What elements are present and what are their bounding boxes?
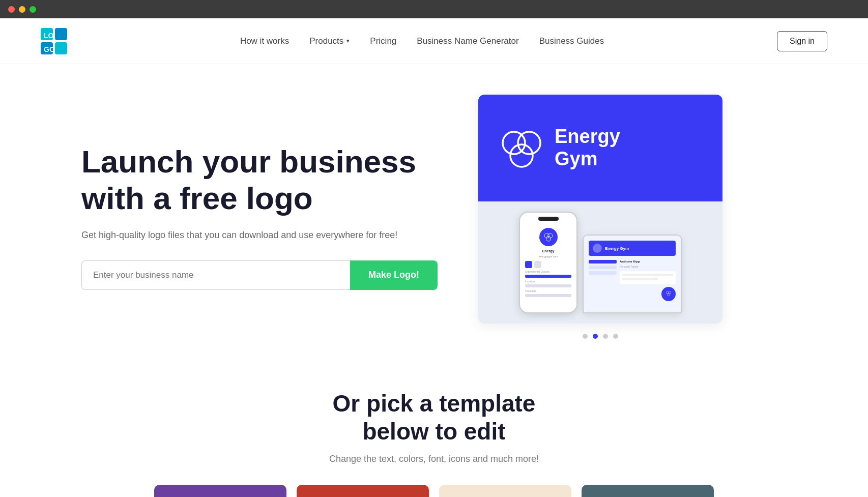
phone-mockup: Energy energy-gym.com Experimental Class… xyxy=(519,212,577,313)
nav-item-how-it-works[interactable]: How it works xyxy=(240,36,289,46)
phone-label-2: Location xyxy=(525,280,571,283)
laptop-header: Energy Gym xyxy=(589,241,676,256)
phone-brand-text: Energy xyxy=(523,249,573,253)
nav-link-pricing[interactable]: Pricing xyxy=(370,36,396,46)
laptop-avatar-row xyxy=(620,287,676,301)
svg-point-14 xyxy=(668,294,670,296)
laptop-sidebar-item-1 xyxy=(589,260,617,264)
laptop-sidebar xyxy=(589,260,617,301)
nav-links: How it works Products ▾ Pricing Business… xyxy=(240,36,604,46)
laptop-name-label: Anthony Kipp xyxy=(620,260,676,263)
carousel-device-mockups: Energy energy-gym.com Experimental Class… xyxy=(478,201,722,324)
laptop-card-line-1 xyxy=(622,274,673,276)
svg-point-13 xyxy=(669,291,671,294)
template-card-checkmate[interactable]: ♛ CHECKMATE xyxy=(154,485,286,497)
nav-item-business-name-generator[interactable]: Business Name Generator xyxy=(417,36,518,46)
navbar: LO GO How it works Products ▾ Pricing Bu… xyxy=(0,18,868,64)
nav-item-products[interactable]: Products ▾ xyxy=(309,36,350,46)
carousel-dot-1[interactable] xyxy=(583,334,588,339)
laptop-avatar xyxy=(661,287,676,301)
hero-left-content: Launch your business with a free logo Ge… xyxy=(81,143,438,290)
hero-title: Launch your business with a free logo xyxy=(81,143,438,216)
phone-bar-2 xyxy=(525,284,571,287)
laptop-main: Anthony Kipp Personal Trainer xyxy=(620,260,676,301)
phone-icon-1 xyxy=(525,261,532,268)
phone-bar-3 xyxy=(525,294,571,297)
nav-link-how-it-works[interactable]: How it works xyxy=(240,36,289,46)
laptop-sidebar-item-3 xyxy=(589,271,617,275)
laptop-logo-icon xyxy=(593,244,602,253)
titlebar xyxy=(0,0,868,18)
template-section-subtitle: Change the text, colors, font, icons and… xyxy=(41,454,827,464)
template-card-jessica-smith[interactable]: Jessica Smith xyxy=(439,485,571,497)
svg-rect-3 xyxy=(55,42,67,54)
phone-screen: Energy energy-gym.com Experimental Class… xyxy=(520,221,576,303)
svg-text:LO: LO xyxy=(44,32,54,40)
svg-text:GO: GO xyxy=(44,45,55,53)
logo[interactable]: LO GO xyxy=(41,28,67,54)
svg-point-7 xyxy=(518,132,540,154)
template-section: Or pick a template below to edit Change … xyxy=(0,359,868,497)
carousel-dot-2[interactable] xyxy=(593,334,598,339)
make-logo-button[interactable]: Make Logo! xyxy=(350,260,438,290)
laptop-mockup: Energy Gym Anthony Kipp Personal Trainer xyxy=(583,235,682,313)
chevron-down-icon: ▾ xyxy=(346,38,350,44)
business-name-input[interactable] xyxy=(81,260,350,290)
carousel-dot-4[interactable] xyxy=(613,334,618,339)
phone-icon-2 xyxy=(534,261,541,268)
sign-in-button[interactable]: Sign in xyxy=(777,31,827,51)
nav-item-pricing[interactable]: Pricing xyxy=(370,36,396,46)
phone-logo xyxy=(539,228,558,246)
nav-item-business-guides[interactable]: Business Guides xyxy=(539,36,604,46)
template-card-red-tower[interactable]: ♜ REDTOWER xyxy=(297,485,429,497)
carousel-brand-area: Energy Gym xyxy=(478,95,722,201)
laptop-content: Anthony Kipp Personal Trainer xyxy=(589,260,676,301)
phone-notch xyxy=(538,217,559,221)
laptop-card-1 xyxy=(620,271,676,284)
laptop-role-label: Personal Trainer xyxy=(620,265,676,268)
template-section-title: Or pick a template below to edit xyxy=(41,390,827,446)
svg-point-12 xyxy=(666,291,669,294)
laptop-brand-text: Energy Gym xyxy=(605,246,629,251)
template-grid: ♛ CHECKMATE ♜ REDTOWER Jessica Smith ELE… xyxy=(41,485,827,497)
minimize-button[interactable] xyxy=(19,6,25,13)
hero-input-row: Make Logo! xyxy=(81,260,438,290)
laptop-screen: Energy Gym Anthony Kipp Personal Trainer xyxy=(584,236,681,312)
svg-rect-1 xyxy=(55,28,67,40)
maximize-button[interactable] xyxy=(30,6,36,13)
phone-bar-1 xyxy=(525,275,571,278)
close-button[interactable] xyxy=(8,6,15,13)
phone-url: energy-gym.com xyxy=(523,255,573,258)
hero-subtitle: Get high-quality logo files that you can… xyxy=(81,228,438,242)
laptop-card-line-2 xyxy=(622,278,658,280)
phone-icons-row xyxy=(525,261,571,268)
carousel-dot-3[interactable] xyxy=(603,334,608,339)
gym-logo-icon xyxy=(499,125,544,171)
template-card-elegant-events[interactable]: ELEGANTEVENTS xyxy=(582,485,714,497)
carousel-dots xyxy=(583,334,618,339)
svg-point-8 xyxy=(510,144,533,167)
carousel-card: Energy Gym xyxy=(478,95,722,324)
phone-label-3: Timetable xyxy=(525,289,571,293)
nav-link-products[interactable]: Products xyxy=(309,36,343,46)
phone-label-1: Experimental Classes xyxy=(525,270,571,273)
laptop-sidebar-item-2 xyxy=(589,266,617,269)
nav-link-business-name-generator[interactable]: Business Name Generator xyxy=(417,36,518,46)
gym-brand-name: Energy Gym xyxy=(555,126,620,170)
hero-section: Launch your business with a free logo Ge… xyxy=(0,64,868,359)
hero-right-carousel: Energy Gym xyxy=(478,95,722,339)
nav-link-business-guides[interactable]: Business Guides xyxy=(539,36,604,46)
